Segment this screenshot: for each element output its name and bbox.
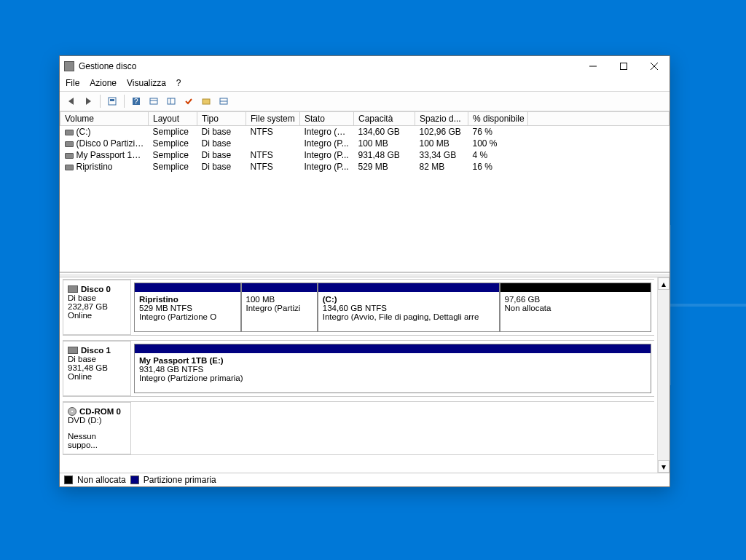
tb-view2-button[interactable]: [163, 93, 179, 109]
tb-view3-button[interactable]: [216, 93, 232, 109]
svg-rect-12: [203, 99, 210, 104]
partition-container: My Passport 1TB (E:)931,48 GB NTFSIntegr…: [131, 341, 654, 396]
menubar: File Azione Visualizza ?: [60, 76, 670, 91]
legend-label-primary: Partizione primaria: [144, 475, 216, 485]
table-row[interactable]: (Disco 0 Partizione...SempliceDi baseInt…: [60, 138, 670, 149]
col-filesystem[interactable]: File system: [246, 112, 300, 126]
menu-file[interactable]: File: [66, 78, 79, 88]
tb-settings-button[interactable]: [104, 93, 120, 109]
scroll-up-button[interactable]: ▴: [658, 277, 670, 290]
disk-row: CD-ROM 0DVD (D:)Nessun suppo...: [63, 401, 654, 455]
legend-swatch-primary: [130, 476, 139, 484]
content-area: Volume Layout Tipo File system Stato Cap…: [60, 111, 670, 486]
scroll-down-button[interactable]: ▾: [658, 460, 670, 473]
minimize-button[interactable]: [578, 56, 608, 76]
disk-icon: [68, 285, 78, 293]
vertical-scrollbar[interactable]: ▴ ▾: [657, 277, 670, 473]
cd-icon: [68, 407, 76, 416]
table-row[interactable]: RipristinoSempliceDi baseNTFSIntegro (P.…: [60, 161, 670, 173]
toolbar: ?: [60, 91, 670, 111]
forward-button[interactable]: [80, 93, 96, 109]
disk-info[interactable]: Disco 1Di base931,48 GBOnline: [63, 341, 131, 396]
maximize-button[interactable]: [608, 56, 639, 76]
tb-view1-button[interactable]: [146, 93, 162, 109]
col-percent[interactable]: % disponibile: [468, 112, 528, 126]
disks-pane: Disco 0Di base232,87 GBOnlineRipristino5…: [60, 277, 670, 473]
disk-info[interactable]: CD-ROM 0DVD (D:)Nessun suppo...: [63, 402, 131, 454]
tb-check-button[interactable]: [181, 93, 197, 109]
legend: Non allocata Partizione primaria: [60, 473, 670, 486]
disk-icon: [68, 347, 78, 354]
tb-folder-button[interactable]: [198, 93, 214, 109]
partition-bar: [135, 283, 240, 292]
partition[interactable]: (C:)134,60 GB NTFSIntegro (Avvio, File d…: [318, 283, 500, 332]
svg-rect-10: [168, 98, 175, 104]
svg-rect-1: [621, 63, 627, 70]
window-title: Gestione disco: [79, 61, 136, 71]
menu-help[interactable]: ?: [176, 78, 181, 88]
col-volume[interactable]: Volume: [60, 112, 149, 126]
close-button[interactable]: [639, 56, 670, 76]
disk-row: Disco 1Di base931,48 GBOnlineMy Passport…: [63, 340, 654, 397]
volumes-pane: Volume Layout Tipo File system Stato Cap…: [60, 111, 670, 273]
drive-icon: [65, 153, 74, 159]
col-tipo[interactable]: Tipo: [197, 112, 246, 126]
table-row[interactable]: (C:)SempliceDi baseNTFSIntegro (A...134,…: [60, 126, 670, 138]
svg-rect-5: [110, 99, 114, 101]
partition[interactable]: 100 MBIntegro (Partizi: [241, 283, 318, 332]
tb-help-button[interactable]: ?: [128, 93, 144, 109]
legend-label-unalloc: Non allocata: [77, 475, 126, 485]
titlebar[interactable]: Gestione disco: [60, 56, 670, 76]
col-capacita[interactable]: Capacità: [354, 112, 415, 126]
svg-rect-8: [150, 98, 157, 104]
partition[interactable]: 97,66 GBNon allocata: [500, 283, 651, 332]
partition-container: [131, 402, 654, 454]
partition-bar: [500, 283, 651, 292]
back-button[interactable]: [63, 93, 79, 109]
disk-row: Disco 0Di base232,87 GBOnlineRipristino5…: [63, 279, 654, 336]
col-spazio[interactable]: Spazio d...: [415, 112, 468, 126]
drive-icon: [65, 141, 74, 147]
table-row[interactable]: My Passport 1TB (E:)SempliceDi baseNTFSI…: [60, 149, 670, 161]
app-window: Gestione disco File Azione Visualizza ? …: [59, 55, 670, 487]
drive-icon: [65, 130, 74, 135]
disk-info[interactable]: Disco 0Di base232,87 GBOnline: [63, 280, 131, 335]
partition-bar: [242, 283, 317, 292]
partition-bar: [135, 344, 651, 353]
partition-bar: [318, 283, 499, 292]
menu-visualizza[interactable]: Visualizza: [127, 78, 166, 88]
col-rest[interactable]: [528, 112, 670, 126]
volumes-table[interactable]: Volume Layout Tipo File system Stato Cap…: [60, 111, 670, 173]
menu-azione[interactable]: Azione: [90, 78, 117, 88]
drive-icon: [65, 165, 74, 170]
col-stato[interactable]: Stato: [300, 112, 354, 126]
app-icon: [64, 61, 74, 71]
partition-container: Ripristino529 MB NTFSIntegro (Partizione…: [131, 280, 654, 335]
partition[interactable]: My Passport 1TB (E:)931,48 GB NTFSIntegr…: [134, 344, 651, 393]
table-header-row[interactable]: Volume Layout Tipo File system Stato Cap…: [60, 112, 670, 126]
svg-text:?: ?: [134, 98, 138, 106]
partition[interactable]: Ripristino529 MB NTFSIntegro (Partizione…: [134, 283, 241, 332]
legend-swatch-unalloc: [64, 476, 73, 484]
col-layout[interactable]: Layout: [149, 112, 197, 126]
